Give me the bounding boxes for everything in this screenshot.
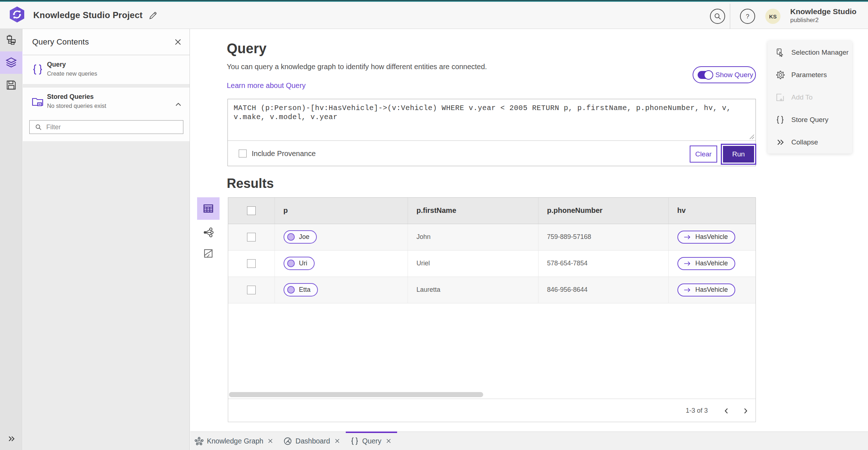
relationship-cell: HasVehicle [668, 250, 756, 277]
show-query-toggle[interactable]: Show Query [693, 66, 756, 83]
show-query-label: Show Query [715, 71, 753, 79]
tab-dashboard[interactable]: Dashboard [279, 432, 345, 450]
menu-item-label: Selection Manager [791, 49, 848, 56]
user-info[interactable]: Knowledge Studio publisher2 [790, 7, 856, 24]
clear-button[interactable]: Clear [690, 146, 717, 163]
panel-close-button[interactable] [173, 37, 183, 47]
menu-item-parameters[interactable]: Parameters [767, 64, 852, 86]
menu-item-selection-manager[interactable]: Selection Manager [767, 41, 852, 64]
query-description: You can query a knowledge graph to ident… [227, 63, 487, 71]
table-row: EttaLauretta846-956-8644HasVehicle [228, 277, 756, 303]
horizontal-scrollbar[interactable] [229, 392, 755, 398]
column-header[interactable]: p [275, 198, 408, 224]
close-icon [334, 438, 340, 444]
query-tools-menu: Selection ManagerParametersAdd ToStore Q… [767, 41, 852, 153]
search-button[interactable] [710, 9, 725, 24]
pagination-label: 1-3 of 3 [686, 407, 708, 415]
query-textarea[interactable]: MATCH (p:Person)-[hv:HasVehicle]->(v:Veh… [228, 99, 756, 141]
tab-query[interactable]: Query [346, 432, 397, 450]
user-name: Knowledge Studio [790, 7, 856, 16]
header-divider [730, 4, 730, 30]
tab-close-button[interactable] [267, 438, 273, 444]
knowledge-graph-icon [195, 437, 204, 446]
row-checkbox[interactable] [247, 233, 256, 241]
arrow-right-icon [683, 233, 691, 241]
column-header[interactable]: p.phoneNumber [538, 198, 668, 224]
first-name-cell: John [408, 224, 538, 250]
learn-more-link[interactable]: Learn more about Query [227, 81, 306, 90]
menu-item-collapse[interactable]: Collapse [767, 131, 852, 153]
entity-chip[interactable]: Uri [284, 257, 315, 270]
tab-close-button[interactable] [334, 438, 340, 444]
relationship-chip[interactable]: HasVehicle [677, 257, 735, 270]
include-provenance-checkbox[interactable] [239, 150, 247, 157]
close-icon [386, 438, 392, 444]
entity-node-icon [287, 233, 295, 241]
link-chart-view-button[interactable] [197, 221, 220, 244]
dashboard-icon [283, 437, 292, 446]
sidebar-item-data-model[interactable] [0, 29, 22, 51]
panel-title: Query Contents [32, 37, 89, 47]
knowledge-studio-logo-icon [10, 7, 24, 22]
arrow-right-icon [683, 286, 691, 294]
column-header[interactable]: hv [668, 198, 756, 224]
edit-title-pencil-icon[interactable] [148, 11, 158, 20]
close-icon [174, 38, 182, 46]
panel-item-query[interactable]: Query Create new queries [23, 55, 190, 84]
relationship-chip[interactable]: HasVehicle [677, 231, 735, 244]
run-button-label: Run [723, 146, 754, 163]
page-title: Query [227, 41, 267, 56]
table-view-icon [203, 203, 214, 214]
bottom-tab-bar: Knowledge GraphDashboardQuery [190, 432, 868, 450]
tab-knowledge-graph[interactable]: Knowledge Graph [190, 432, 279, 450]
map-view-button[interactable] [197, 242, 220, 265]
question-icon [743, 12, 752, 21]
run-button[interactable]: Run [721, 144, 756, 165]
phone-number-cell: 578-654-7854 [538, 250, 668, 277]
menu-item-label: Store Query [791, 116, 828, 124]
table-view-button[interactable] [197, 197, 220, 220]
phone-number-cell: 759-889-57168 [538, 224, 668, 250]
braces-icon [775, 115, 785, 125]
row-checkbox[interactable] [247, 286, 256, 294]
panel-item-title: Query [47, 61, 66, 68]
selection-manager-icon [775, 48, 785, 57]
select-all-checkbox[interactable] [247, 206, 256, 215]
map-view-icon [203, 248, 213, 258]
resize-handle-icon[interactable] [749, 134, 754, 139]
tab-label: Query [362, 437, 382, 445]
stored-queries-title: Stored Queries [47, 93, 94, 101]
menu-item-store-query[interactable]: Store Query [767, 109, 852, 131]
expand-rail-button[interactable] [0, 428, 22, 450]
phone-number-cell: 846-956-8644 [538, 277, 668, 303]
scrollbar-thumb[interactable] [229, 392, 483, 397]
next-page-button[interactable] [739, 404, 752, 418]
stored-queries-subtitle: No stored queries exist [47, 103, 106, 109]
previous-page-button[interactable] [720, 404, 733, 418]
row-select-cell [228, 224, 275, 250]
sidebar-item-contents[interactable] [0, 51, 22, 74]
tab-close-button[interactable] [386, 438, 392, 444]
project-title: Knowledge Studio Project [33, 2, 142, 29]
gear-icon [775, 70, 785, 80]
relationship-label: HasVehicle [695, 260, 728, 267]
toggle-track [698, 71, 712, 79]
user-avatar[interactable]: KS [765, 9, 780, 24]
entity-label: Joe [299, 233, 310, 241]
entity-chip[interactable]: Etta [284, 283, 318, 297]
help-button[interactable] [740, 9, 755, 24]
relationship-chip[interactable]: HasVehicle [677, 283, 735, 297]
row-checkbox[interactable] [247, 259, 256, 268]
toggle-knob [704, 70, 713, 80]
chevron-right-icon [741, 407, 749, 415]
sidebar-item-save[interactable] [0, 74, 22, 96]
folder-icon [31, 96, 44, 108]
entity-chip[interactable]: Joe [284, 230, 317, 244]
chevron-up-icon[interactable] [174, 101, 182, 109]
filter-input[interactable] [46, 123, 176, 131]
entity-node-icon [287, 260, 295, 267]
filter-field [29, 120, 183, 134]
column-header[interactable]: p.firstName [408, 198, 538, 224]
first-name-cell: Lauretta [408, 277, 538, 303]
main-content: Query You can query a knowledge graph to… [190, 29, 868, 432]
